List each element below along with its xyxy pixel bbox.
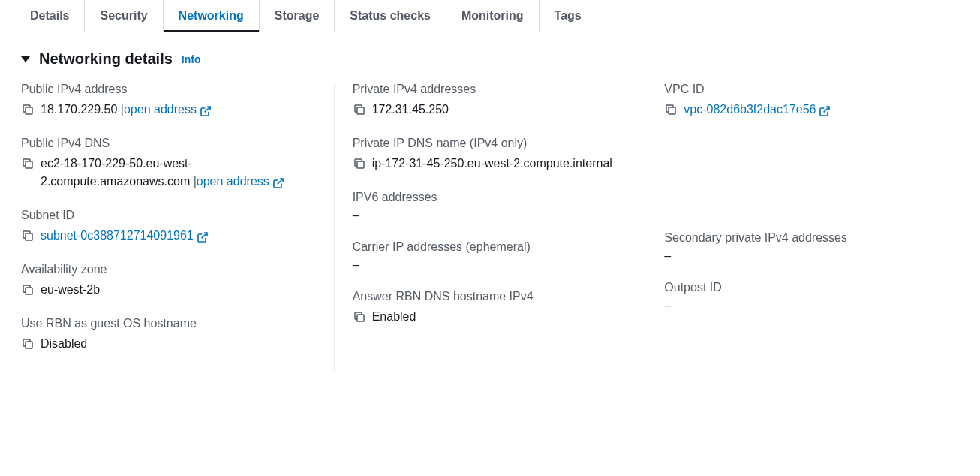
label-availability-zone: Availability zone (21, 263, 316, 276)
field-secondary-private-ipv4: Secondary private IPv4 addresses – (664, 231, 941, 263)
tab-status-checks[interactable]: Status checks (335, 0, 446, 32)
svg-rect-11 (669, 107, 675, 114)
label-ipv6-addresses: IPV6 addresses (353, 191, 629, 204)
copy-icon[interactable] (21, 103, 35, 116)
label-carrier-ip: Carrier IP addresses (ephemeral) (353, 240, 629, 254)
value-private-ip-dns-name: ip-172-31-45-250.eu-west-2.compute.inter… (372, 155, 629, 173)
info-link[interactable]: Info (182, 53, 201, 65)
svg-rect-8 (357, 107, 364, 114)
external-link-icon (819, 104, 831, 116)
label-private-ip-dns-name: Private IP DNS name (IPv4 only) (353, 137, 629, 150)
external-link-icon (272, 176, 284, 188)
label-secondary-private-ipv4: Secondary private IPv4 addresses (664, 231, 941, 245)
copy-icon[interactable] (353, 157, 366, 170)
field-outpost-id: Outpost ID – (664, 281, 941, 312)
value-outpost-id: – (664, 299, 941, 312)
copy-icon[interactable] (21, 229, 35, 243)
label-public-ipv4-dns: Public IPv4 DNS (21, 137, 316, 150)
svg-line-3 (277, 179, 282, 184)
networking-content: Networking details Info Public IPv4 addr… (0, 32, 980, 389)
tab-tags[interactable]: Tags (540, 0, 597, 32)
tab-details[interactable]: Details (15, 0, 85, 32)
svg-line-5 (201, 233, 206, 238)
value-availability-zone: eu-west-2b (41, 281, 316, 299)
svg-rect-10 (357, 315, 364, 321)
vpc-id-link[interactable]: vpc-082d6b3f2dac17e56 (684, 103, 831, 116)
field-private-ip-dns-name: Private IP DNS name (IPv4 only) ip-172-3… (353, 137, 629, 173)
svg-rect-0 (26, 107, 32, 114)
field-answer-rbn: Answer RBN DNS hostname IPv4 Enabled (353, 290, 629, 326)
open-address-link[interactable]: open address (124, 103, 212, 116)
caret-down-icon[interactable] (21, 56, 30, 62)
field-public-ipv4-dns: Public IPv4 DNS ec2-18-170-229-50.eu-wes… (21, 137, 316, 191)
copy-icon[interactable] (353, 310, 366, 324)
section-title: Networking details (39, 50, 173, 68)
column-3: VPC ID vpc-082d6b3f2dac17e56 Secondary p… (646, 83, 959, 371)
external-link-icon (200, 104, 212, 116)
value-use-rbn: Disabled (41, 335, 316, 353)
field-private-ipv4-addresses: Private IPv4 addresses 172.31.45.250 (353, 83, 629, 119)
svg-rect-4 (26, 233, 32, 240)
subnet-id-link[interactable]: subnet-0c388712714091961 (41, 229, 209, 242)
label-vpc-id: VPC ID (664, 83, 941, 96)
details-grid: Public IPv4 address 18.170.229.50 |open … (21, 83, 959, 371)
label-outpost-id: Outpost ID (664, 281, 941, 294)
value-ipv6-addresses: – (353, 209, 629, 222)
copy-icon[interactable] (353, 103, 366, 116)
label-subnet-id: Subnet ID (21, 209, 316, 222)
field-carrier-ip: Carrier IP addresses (ephemeral) – (353, 240, 629, 272)
svg-rect-7 (26, 342, 32, 348)
tabs-bar: Details Security Networking Storage Stat… (0, 0, 980, 32)
field-ipv6-addresses: IPV6 addresses – (353, 191, 629, 222)
label-private-ipv4-addresses: Private IPv4 addresses (353, 83, 629, 96)
svg-rect-2 (26, 161, 32, 168)
tab-networking[interactable]: Networking (164, 0, 260, 32)
svg-rect-6 (26, 288, 32, 294)
value-public-ipv4-dns: ec2-18-170-229-50.eu-west-2.compute.amaz… (41, 157, 192, 188)
copy-icon[interactable] (21, 283, 35, 297)
open-address-link[interactable]: open address (197, 175, 284, 188)
field-vpc-id: VPC ID vpc-082d6b3f2dac17e56 (664, 83, 941, 119)
value-secondary-private-ipv4: – (664, 249, 941, 263)
field-public-ipv4-address: Public IPv4 address 18.170.229.50 |open … (21, 83, 316, 119)
column-2: Private IPv4 addresses 172.31.45.250 Pri… (334, 83, 647, 371)
section-header: Networking details Info (21, 50, 959, 68)
value-answer-rbn: Enabled (372, 308, 629, 326)
value-private-ipv4-addresses: 172.31.45.250 (372, 101, 629, 119)
svg-line-12 (824, 107, 829, 112)
column-1: Public IPv4 address 18.170.229.50 |open … (21, 83, 334, 371)
label-public-ipv4-address: Public IPv4 address (21, 83, 316, 96)
tab-monitoring[interactable]: Monitoring (446, 0, 540, 32)
label-use-rbn: Use RBN as guest OS hostname (21, 317, 316, 330)
tab-storage[interactable]: Storage (260, 0, 335, 32)
field-subnet-id: Subnet ID subnet-0c388712714091961 (21, 209, 316, 245)
value-carrier-ip: – (353, 258, 629, 272)
label-answer-rbn: Answer RBN DNS hostname IPv4 (353, 290, 629, 303)
svg-rect-9 (357, 161, 364, 168)
copy-icon[interactable] (664, 103, 678, 116)
copy-icon[interactable] (21, 337, 35, 351)
value-public-ipv4-address: 18.170.229.50 (41, 103, 117, 116)
field-availability-zone: Availability zone eu-west-2b (21, 263, 316, 299)
field-use-rbn: Use RBN as guest OS hostname Disabled (21, 317, 316, 353)
tab-security[interactable]: Security (85, 0, 163, 32)
external-link-icon (197, 230, 209, 243)
svg-line-1 (205, 107, 210, 112)
copy-icon[interactable] (21, 157, 35, 170)
